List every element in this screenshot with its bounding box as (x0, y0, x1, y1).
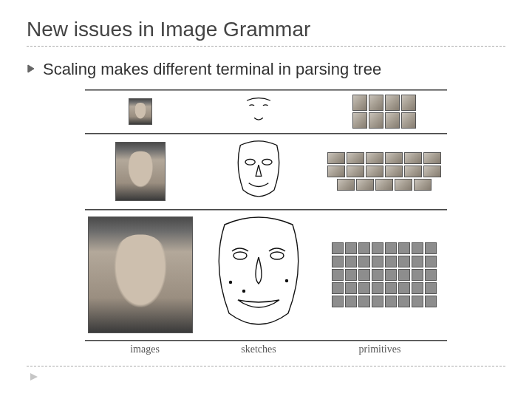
footer-divider (27, 366, 505, 366)
svg-point-5 (286, 279, 288, 282)
primitives-large (321, 242, 447, 307)
primitives-small (321, 95, 447, 129)
slide-title: New issues in Image Grammar (27, 18, 505, 41)
figure-row-small (85, 90, 447, 133)
sketch-small (203, 97, 314, 127)
sketch-large (203, 214, 314, 335)
figure-row-large (85, 210, 447, 340)
face-photo-icon (129, 98, 152, 125)
svg-point-6 (243, 290, 245, 292)
bullet-item: Scaling makes different terminal in pars… (27, 60, 505, 79)
page-marker-icon (30, 371, 38, 380)
image-large (85, 216, 196, 333)
column-label-images: images (89, 344, 200, 355)
svg-point-0 (245, 160, 255, 166)
face-photo-icon (115, 142, 166, 201)
svg-point-4 (230, 281, 232, 283)
image-medium (85, 142, 196, 201)
svg-point-2 (233, 252, 247, 259)
column-label-primitives: primitives (317, 344, 443, 355)
svg-point-3 (270, 252, 284, 259)
column-labels: images sketches primitives (85, 341, 447, 355)
column-label-sketches: sketches (203, 344, 314, 355)
bullet-icon (27, 64, 35, 73)
figure-row-medium (85, 134, 447, 209)
bullet-text: Scaling makes different terminal in pars… (43, 60, 381, 79)
slide: New issues in Image Grammar Scaling make… (0, 0, 532, 399)
primitives-medium (321, 152, 447, 191)
sketch-medium (203, 138, 314, 205)
figure: images sketches primitives (85, 89, 447, 355)
title-divider (27, 46, 505, 47)
image-small (85, 98, 196, 125)
face-photo-icon (88, 216, 193, 333)
svg-point-1 (262, 160, 272, 166)
